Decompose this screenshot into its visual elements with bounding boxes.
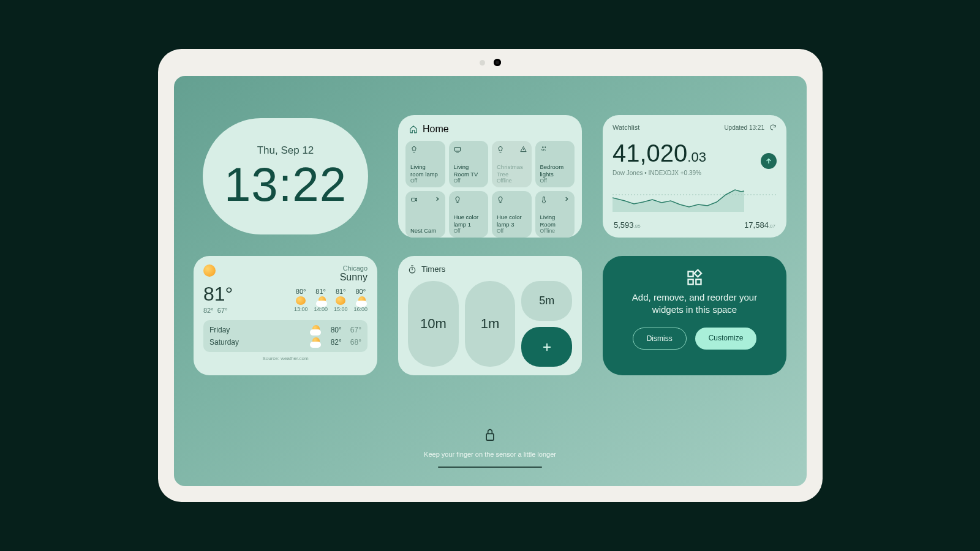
- svg-point-3: [409, 267, 415, 272]
- home-tile-1[interactable]: Living Room TV Off: [449, 141, 489, 187]
- home-tile-7[interactable]: Living Room Offline: [535, 191, 575, 238]
- home-tile-name: Hue color lamp 3: [497, 214, 527, 228]
- home-tile-state: Offline: [497, 178, 527, 184]
- weather-source: Source: weather.com: [203, 356, 368, 361]
- svg-rect-5: [688, 279, 693, 284]
- home-title: Home: [423, 124, 449, 135]
- weather-forecast: Friday80°67°Saturday82°68°: [203, 320, 368, 352]
- lock-area: Keep your finger on the sensor a little …: [174, 427, 807, 468]
- timer-preset-1m[interactable]: 1m: [465, 281, 516, 367]
- home-header[interactable]: Home: [405, 122, 575, 141]
- hourly-3: 80°16:00: [353, 288, 368, 312]
- svg-rect-4: [688, 272, 693, 277]
- timer-preset-10m[interactable]: 10m: [408, 281, 459, 367]
- cloud-sun-icon: [310, 337, 322, 347]
- timer-preset-5m[interactable]: 5m: [521, 281, 572, 321]
- chevron-icon: [434, 196, 440, 203]
- timer-add-button[interactable]: [521, 327, 572, 367]
- watchlist-detail: Dow Jones • INDEXDJX +0.39%: [612, 170, 777, 176]
- lights-icon: [540, 146, 548, 154]
- lock-hint: Keep your finger on the sensor a little …: [424, 451, 556, 458]
- home-tile-state: Off: [540, 178, 570, 184]
- clock-time: 13:22: [224, 160, 347, 208]
- tv-icon: [454, 146, 461, 154]
- timers-title: Timers: [421, 264, 445, 274]
- tablet-frame: Thu, Sep 12 13:22 Home Living room lamp …: [158, 49, 823, 502]
- home-widget: Home Living room lamp Off Living Room TV…: [398, 115, 582, 238]
- home-tile-name: Bedroom lights: [540, 163, 570, 178]
- home-tile-0[interactable]: Living room lamp Off: [405, 141, 445, 187]
- sun-icon: [203, 264, 216, 277]
- timers-widget: Timers 10m 1m 5m: [398, 256, 582, 375]
- light-sensor: [480, 60, 485, 66]
- lightbulb-icon: [410, 146, 418, 154]
- home-tile-6[interactable]: Hue color lamp 3 Off: [492, 191, 532, 238]
- thermostat-icon: [540, 196, 548, 204]
- home-tile-2[interactable]: Christmas Tree Offline: [492, 141, 532, 187]
- lightbulb-icon: [497, 196, 504, 204]
- plus-icon: [541, 342, 552, 353]
- home-tile-5[interactable]: Hue color lamp 1 Off: [449, 191, 489, 238]
- weather-condition: Sunny: [294, 272, 368, 283]
- forecast-row-0: Friday80°67°: [209, 324, 361, 336]
- home-tile-name: Living Room TV: [454, 163, 484, 178]
- home-tile-name: Hue color lamp 1: [454, 214, 484, 228]
- weather-hilo: 82° 67°: [203, 307, 233, 314]
- home-tile-4[interactable]: Nest Cam: [405, 191, 445, 238]
- customize-text: Add, remove, and reorder your widgets in…: [620, 291, 769, 317]
- home-icon: [409, 125, 418, 133]
- customize-button[interactable]: Customize: [695, 328, 757, 350]
- gesture-bar[interactable]: [438, 467, 542, 468]
- hourly-2: 81°15:00: [334, 288, 348, 312]
- watchlist-updated: Updated 13:21: [724, 124, 764, 131]
- home-tile-name: Nest Cam: [410, 227, 440, 234]
- warning-icon: [520, 146, 527, 154]
- home-tile-state: Off: [497, 228, 527, 234]
- forecast-row-1: Saturday82°68°: [209, 336, 361, 348]
- home-tile-state: Off: [454, 228, 484, 234]
- clock-widget[interactable]: Thu, Sep 12 13:22: [194, 115, 377, 238]
- home-tile-state: Offline: [540, 228, 570, 234]
- hourly-1: 81°14:00: [314, 288, 328, 312]
- clock-date: Thu, Sep 12: [257, 144, 314, 157]
- home-tile-3[interactable]: Bedroom lights Off: [535, 141, 575, 187]
- home-tile-name: Living Room: [540, 214, 570, 228]
- dismiss-button[interactable]: Dismiss: [633, 328, 687, 350]
- cloud-sun-icon: [310, 325, 322, 335]
- refresh-icon[interactable]: [769, 124, 777, 131]
- home-tile-name: Christmas Tree: [497, 163, 527, 178]
- watchlist-chart: [612, 182, 777, 212]
- customize-widget: Add, remove, and reorder your widgets in…: [603, 256, 786, 375]
- cloud-sun-icon: [316, 296, 326, 305]
- watchlist-value: 41,020.03: [612, 140, 777, 167]
- lock-icon[interactable]: [484, 427, 496, 442]
- home-tile-name: Living room lamp: [410, 163, 440, 178]
- weather-temp: 81°: [203, 283, 233, 305]
- widgets-icon: [686, 269, 703, 287]
- front-camera: [494, 59, 501, 66]
- tablet-screen: Thu, Sep 12 13:22 Home Living room lamp …: [174, 76, 807, 486]
- lightbulb-icon: [454, 196, 461, 204]
- sun-icon: [336, 296, 345, 305]
- svg-rect-0: [454, 148, 460, 152]
- svg-rect-8: [486, 433, 494, 440]
- home-tile-state: Off: [454, 178, 484, 184]
- cloud-sun-icon: [356, 296, 366, 305]
- arrow-up-icon: [765, 157, 772, 165]
- stopwatch-icon: [408, 265, 417, 274]
- svg-rect-6: [696, 279, 701, 284]
- camera-icon: [410, 196, 418, 204]
- lightbulb-icon: [497, 146, 504, 154]
- watchlist-title: Watchlist: [612, 124, 639, 131]
- trend-up-button[interactable]: [761, 153, 777, 169]
- tablet-bezel: [158, 49, 823, 76]
- svg-rect-1: [412, 198, 416, 201]
- chevron-icon: [564, 196, 570, 203]
- weather-widget[interactable]: 81° 82° 67° Chicago Sunny 80°13:0081°14:…: [194, 256, 377, 375]
- svg-rect-7: [694, 270, 701, 277]
- home-tile-state: Off: [410, 178, 440, 184]
- hourly-0: 80°13:00: [294, 288, 308, 312]
- watchlist-footer: 5,593.85 17,584.07: [612, 214, 777, 230]
- watchlist-widget[interactable]: Watchlist Updated 13:21 41,020.03 Dow Jo…: [603, 115, 786, 238]
- widget-grid: Thu, Sep 12 13:22 Home Living room lamp …: [174, 76, 807, 486]
